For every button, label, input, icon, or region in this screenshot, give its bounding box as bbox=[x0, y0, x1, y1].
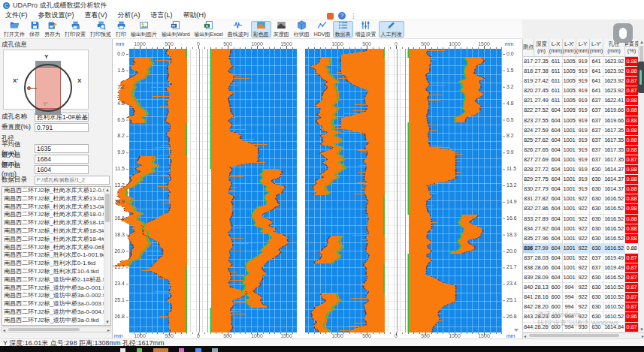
file-list-item[interactable]: 南昌西二环TJ2标_道坊中桥2-1#桩基.tkd bbox=[2, 276, 104, 284]
scroll-up-icon[interactable]: ▲ bbox=[639, 39, 644, 45]
table-row[interactable]: 84028.136009949226301610.520.87 bbox=[523, 283, 644, 293]
table-row[interactable]: 83027.7960410019196301614.370.88 bbox=[523, 185, 644, 194]
table-row[interactable]: 83127.8260410019226301616.520.88 bbox=[523, 194, 644, 204]
diameter-min-value[interactable]: 1604 bbox=[35, 165, 89, 174]
taskbar-app-icon[interactable] bbox=[153, 348, 168, 352]
table-row[interactable]: 84328.236009949226301610.520.86 bbox=[523, 312, 644, 322]
taskbar-app-icon[interactable] bbox=[137, 348, 142, 352]
taskbar-app-icon[interactable] bbox=[212, 348, 218, 352]
table-row[interactable]: 82427.5960410019196371617.350.88 bbox=[523, 126, 644, 136]
file-list-item[interactable]: 南昌西二环TJ2标_杜岗水库大桥13-0#桩基 bbox=[2, 195, 104, 203]
toolbar-manual-read-button[interactable]: 人工判读 bbox=[379, 21, 404, 38]
scroll-left-icon[interactable]: ◂ bbox=[524, 333, 526, 338]
table-row[interactable]: 83928.0960410019226301616.520.87 bbox=[523, 273, 644, 283]
more-icon[interactable]: ⋮ bbox=[350, 12, 357, 20]
toolbar-save-button[interactable]: 保存 bbox=[27, 21, 42, 38]
file-list-vertical-scrollbar[interactable]: ▲ ▼ bbox=[104, 187, 110, 325]
table-row[interactable]: 82227.5260410059196371619.660.88 bbox=[523, 106, 644, 116]
verticality-value[interactable]: 0.791 bbox=[35, 123, 89, 132]
sonar-profile-chart[interactable] bbox=[113, 39, 522, 338]
table-row[interactable]: 82827.7260410019196301614.370.88 bbox=[523, 165, 644, 175]
table-row[interactable]: 83227.8660410019226301616.520.88 bbox=[523, 204, 644, 214]
help-icon[interactable]: ? bbox=[338, 12, 346, 20]
taskbar-app-icon[interactable] bbox=[120, 348, 125, 352]
table-body[interactable]: 81727.3561110059196411623.920.8881827.38… bbox=[523, 57, 644, 332]
table-row[interactable]: 83627.9960410019226301616.520.88 bbox=[523, 244, 644, 254]
file-list-item[interactable]: 南昌西二环TJ2标_杜岗水库大桥12-0.tkd bbox=[2, 187, 104, 195]
file-list-item[interactable]: 南昌西二环TJ2标_胜利水库0-1.tkd bbox=[2, 260, 104, 268]
table-row[interactable]: 84428.266009949306301614.840.87 bbox=[523, 323, 644, 332]
table-row[interactable]: 82927.7560410019196301614.370.88 bbox=[523, 175, 644, 185]
toolbar-hdv-chart-button[interactable]: HDV图 bbox=[312, 21, 333, 38]
file-list-item[interactable]: 南昌西二环TJ2标_胜利水库0-1-001.tkd bbox=[2, 251, 104, 260]
table-row[interactable]: 83728.0360410019226371619.490.87 bbox=[523, 254, 644, 263]
menu-item-3[interactable]: 分析(A) bbox=[113, 11, 146, 20]
app-orange-icon[interactable] bbox=[327, 13, 334, 20]
diameter-average-value[interactable]: 1635 bbox=[35, 144, 89, 153]
table-row[interactable]: 82727.6960410019196371617.350.87 bbox=[523, 155, 644, 165]
column-header-0[interactable]: 测点 bbox=[523, 39, 534, 56]
file-list-item[interactable]: 南昌西二环TJ2标_道坊中桥3a-0-003.tkd bbox=[2, 300, 104, 308]
table-row[interactable]: 83327.8960410019226301616.520.88 bbox=[523, 215, 644, 224]
table-row[interactable]: 82327.5560410059196371619.660.88 bbox=[523, 116, 644, 126]
toolbar-waveform-button[interactable]: 曲线波列 bbox=[225, 21, 251, 38]
screen-edge-widget[interactable] bbox=[637, 62, 644, 93]
toolbar-gray-map-button[interactable]: 灰度图 bbox=[271, 21, 292, 38]
table-row[interactable]: 83828.0660410019226371619.490.87 bbox=[523, 263, 644, 273]
table-row[interactable]: 82027.4561110059196411623.920.87 bbox=[523, 86, 644, 96]
toolbar-export-word-button[interactable]: 输出到Word bbox=[159, 21, 192, 38]
column-header-5[interactable]: L-Y'(mm) bbox=[590, 39, 603, 56]
toolbar-print-preview-button[interactable]: 打印预览 bbox=[88, 21, 113, 38]
table-row[interactable]: 83427.9260410019226301616.520.88 bbox=[523, 224, 644, 234]
toolbar-print-button[interactable]: 打印 bbox=[113, 21, 128, 38]
file-list-item[interactable]: 南昌西二环TJ2标_杜岗水库大桥18-4#桩基 bbox=[2, 236, 104, 244]
file-list-item[interactable]: 南昌西二环TJ2标_杜岗水库大桥13-0#桩基 bbox=[2, 203, 104, 212]
table-row[interactable]: 83527.9660410019226301616.520.88 bbox=[523, 234, 644, 244]
column-header-3[interactable]: L-X'(mm) bbox=[563, 39, 576, 56]
table-row[interactable]: 81727.3561110059196411623.920.88 bbox=[523, 57, 644, 67]
scrollbar-thumb[interactable] bbox=[529, 334, 619, 337]
table-row[interactable]: 82627.6560410019196371617.350.88 bbox=[523, 146, 644, 155]
column-header-1[interactable]: 深度(m) bbox=[534, 39, 549, 56]
toolbar-export-image-button[interactable]: 输出到图片 bbox=[128, 21, 159, 38]
scrollbar-thumb[interactable] bbox=[105, 194, 110, 222]
taskbar-app-icon[interactable] bbox=[195, 348, 201, 352]
file-list-item[interactable]: 南昌西二环TJ2标_杜岗水库大桥18-3#.tkd bbox=[2, 227, 104, 236]
toolbar-data-table-button[interactable]: 数据表 bbox=[333, 21, 353, 38]
scroll-right-icon[interactable]: ▸ bbox=[107, 327, 110, 333]
toolbar-save-as-button[interactable]: 另存为 bbox=[42, 21, 62, 38]
taskbar-app-icon[interactable] bbox=[179, 348, 184, 352]
toolbar-export-excel-button[interactable]: 输出到Excel bbox=[192, 21, 225, 38]
table-row[interactable]: 82527.6260410019196371617.350.88 bbox=[523, 136, 644, 146]
scroll-up-icon[interactable]: ▲ bbox=[105, 187, 110, 193]
file-list-item[interactable]: 南昌西二环TJ2标_杜岗水库大桥18-0.tkd bbox=[2, 211, 104, 219]
diameter-max-value[interactable]: 1684 bbox=[35, 155, 89, 164]
file-list-item[interactable]: 南昌西二环TJ2标_胜利水库10-4.tkd bbox=[2, 268, 104, 276]
menu-item-5[interactable]: 帮助(H) bbox=[178, 11, 212, 20]
toolbar-gain-settings-button[interactable]: 增益设置 bbox=[353, 21, 379, 38]
toolbar-print-setup-button[interactable]: 打印设置 bbox=[62, 21, 88, 38]
file-list-item[interactable]: 南昌西二环TJ2标_道坊中桥3a-0-001.tkd bbox=[2, 284, 104, 293]
menu-item-2[interactable]: 查看(V) bbox=[80, 11, 113, 20]
menu-item-4[interactable]: 语言(L) bbox=[146, 11, 178, 20]
column-header-4[interactable]: L-Y(mm) bbox=[576, 39, 590, 56]
column-header-2[interactable]: L-X(mm) bbox=[549, 39, 563, 56]
file-list[interactable]: 南昌西二环TJ2标_杜岗水库大桥12-0.tkd南昌西二环TJ2标_杜岗水库大桥… bbox=[2, 186, 111, 326]
file-list-item[interactable]: 南昌西二环TJ2标_道坊中桥3a-0-004.tkd bbox=[2, 308, 104, 317]
table-row[interactable]: 84228.206009949226301610.520.87 bbox=[523, 302, 644, 312]
table-row[interactable]: 81927.4261110059196411623.920.87 bbox=[523, 77, 644, 86]
windows-taskbar[interactable] bbox=[0, 346, 644, 352]
scrollbar-thumb[interactable] bbox=[8, 328, 80, 331]
file-list-item[interactable]: 南昌西二环TJ2标_杜岗水库大桥18-1#桩基 bbox=[2, 219, 104, 227]
scroll-down-icon[interactable]: ▼ bbox=[639, 326, 644, 332]
sonar-profile-canvas[interactable] bbox=[113, 39, 522, 338]
data-directory-value[interactable]: F:/成孔检测数据/1_2 bbox=[35, 176, 110, 185]
menu-item-0[interactable]: 文件(F) bbox=[0, 11, 33, 20]
table-row[interactable]: 81827.3861110059196411623.920.88 bbox=[523, 67, 644, 77]
file-list-item[interactable]: 南昌西二环TJ2标_杜岗水库大桥9-0#桩基 bbox=[2, 244, 104, 252]
toolbar-histogram-3d-button[interactable]: 柱状图 bbox=[292, 21, 312, 38]
scroll-left-icon[interactable]: ◂ bbox=[3, 327, 5, 333]
menu-item-1[interactable]: 参数设置(P) bbox=[33, 11, 80, 20]
table-row[interactable]: 84128.166009949226301610.520.87 bbox=[523, 293, 644, 302]
toolbar-open-file-button[interactable]: 打开文件 bbox=[2, 21, 27, 38]
